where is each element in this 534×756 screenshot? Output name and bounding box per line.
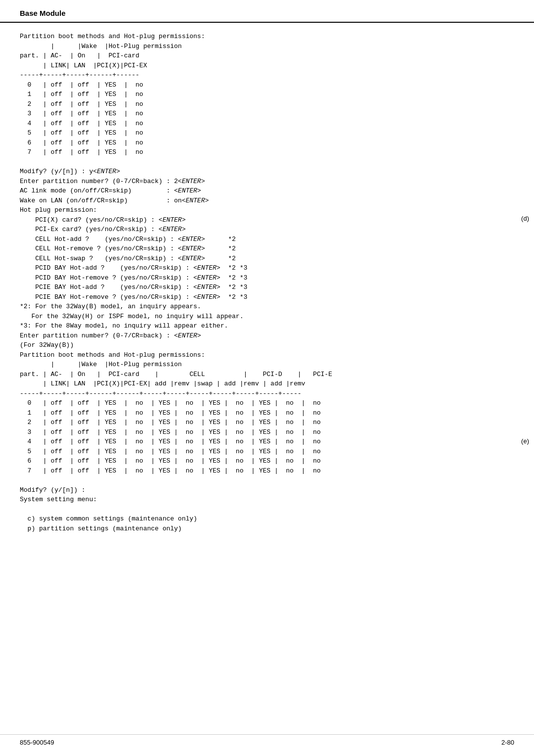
- page: Base Module Partition boot methods and H…: [0, 0, 534, 756]
- enter-tag-9: <ENTER>: [178, 255, 205, 262]
- enter-tag-8: <ENTER>: [178, 245, 205, 252]
- footer-left: 855-900549: [20, 739, 54, 746]
- enter-tag-6: <ENTER>: [159, 226, 186, 233]
- enter-tag-11: <ENTER>: [193, 274, 221, 282]
- page-title: Base Module: [20, 9, 66, 17]
- page-footer: 855-900549 2-80: [0, 734, 534, 746]
- main-content: Partition boot methods and Hot-plug perm…: [0, 23, 534, 724]
- side-label-e: (e): [521, 437, 529, 445]
- enter-tag-4: <ENTER>: [182, 197, 209, 204]
- left-margin: [0, 32, 20, 724]
- enter-tag-3: <ENTER>: [174, 187, 201, 194]
- enter-tag-2: <ENTER>: [178, 178, 205, 185]
- footer-right: 2-80: [501, 739, 514, 746]
- content-area: Partition boot methods and Hot-plug perm…: [20, 32, 514, 724]
- terminal-content: Partition boot methods and Hot-plug perm…: [20, 32, 485, 533]
- enter-tag-7: <ENTER>: [178, 236, 205, 243]
- enter-tag-13: <ENTER>: [193, 293, 221, 301]
- enter-tag-10: <ENTER>: [193, 264, 221, 272]
- side-label-d: (d): [521, 215, 529, 222]
- right-side-labels: (d) (e): [514, 32, 534, 724]
- page-header: Base Module: [0, 0, 534, 23]
- enter-tag-14: <ENTER>: [174, 332, 201, 339]
- enter-tag-5: <ENTER>: [159, 216, 186, 224]
- enter-tag-12: <ENTER>: [193, 284, 221, 291]
- enter-tag-1: <ENTER>: [93, 168, 120, 175]
